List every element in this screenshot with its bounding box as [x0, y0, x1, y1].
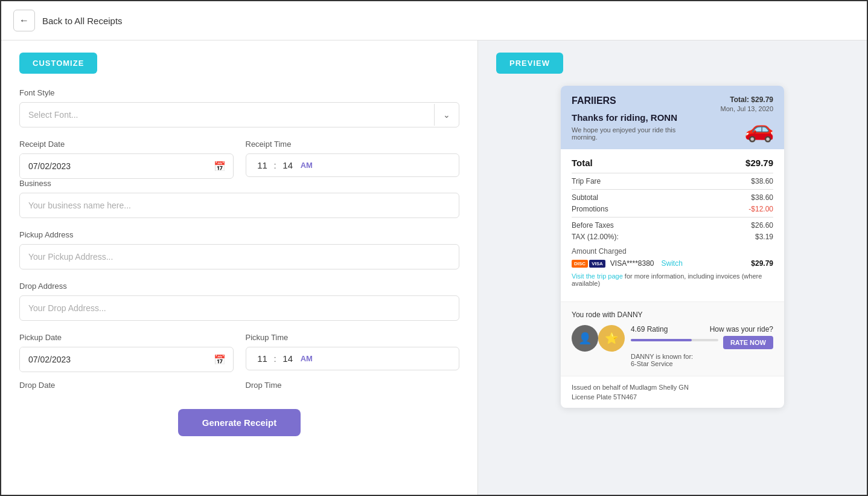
pickup-date-label: Pickup Date	[19, 333, 234, 342]
customize-button[interactable]: CUSTOMIZE	[19, 53, 97, 74]
generate-receipt-button[interactable]: Generate Receipt	[178, 409, 301, 436]
tax-value: $3.19	[755, 233, 773, 241]
receipt-header: FARIIERS Total: $29.79 Mon, Jul 13, 2020…	[561, 86, 784, 149]
business-input[interactable]	[19, 193, 459, 218]
amount-charged-title: Amount Charged	[572, 247, 773, 256]
drop-date-label: Drop Date	[19, 381, 234, 390]
receipt-divider-3	[572, 217, 773, 217]
receipt-time-wrapper[interactable]: 11 : 14 AM	[246, 153, 460, 177]
pickup-date-time-row: Pickup Date 📅 Pickup Time 11 : 14 AM	[19, 333, 459, 372]
drop-address-label: Drop Address	[19, 282, 459, 291]
before-taxes-label: Before Taxes	[572, 221, 614, 230]
receipt-date-col: Receipt Date 📅	[19, 140, 234, 179]
pickup-address-section: Pickup Address	[19, 230, 459, 269]
trip-link-row: Visit the trip page for more information…	[572, 272, 773, 287]
rating-fill	[631, 339, 692, 341]
trip-page-link[interactable]: Visit the trip page	[572, 272, 623, 280]
driver-avatars: 👤 ⭐	[572, 325, 625, 352]
receipt-date-input[interactable]	[20, 154, 206, 178]
back-arrow-icon: ←	[19, 15, 29, 26]
before-taxes-value: $26.60	[751, 221, 773, 230]
receipt-body: Total $29.79 Trip Fare $38.60 Subtotal $…	[561, 149, 784, 295]
font-select-wrapper[interactable]: Select Font... ⌄	[19, 102, 459, 127]
receipt-divider-2	[572, 189, 773, 190]
drop-date-time-row: Drop Date Drop Time	[19, 381, 459, 395]
receipt-greeting: Thanks for riding, RONN	[572, 112, 773, 123]
driver-info-row: 👤 ⭐ 4.69 Rating How was your ride?	[572, 325, 773, 367]
chevron-down-icon[interactable]: ⌄	[435, 110, 459, 120]
business-section: Business	[19, 179, 459, 218]
rating-bar	[631, 339, 718, 341]
rating-text: 4.69 Rating	[631, 325, 668, 333]
receipt-sub-text: We hope you enjoyed your ride this morni…	[572, 126, 692, 141]
driver-known-for: DANNY is known for:	[631, 349, 773, 360]
pickup-time-hour[interactable]: 11	[256, 353, 269, 364]
receipt-divider-1	[572, 173, 773, 173]
font-style-label: Font Style	[19, 88, 459, 97]
preview-button[interactable]: PREVIEW	[496, 53, 563, 74]
amount-charged-section: Amount Charged DISC VISA VISA****8380 Sw…	[572, 247, 773, 268]
promotions-value: -$12.00	[748, 205, 773, 213]
switch-link[interactable]: Switch	[662, 259, 683, 268]
driver-details: 4.69 Rating How was your ride? RATE NOW …	[631, 325, 773, 367]
rating-row: 4.69 Rating How was your ride?	[631, 325, 773, 333]
promotions-line: Promotions -$12.00	[572, 205, 773, 213]
time-colon: :	[274, 160, 276, 170]
pickup-date-col: Pickup Date 📅	[19, 333, 234, 372]
passenger-avatar: 👤	[572, 325, 598, 352]
pickup-time-ampm[interactable]: AM	[301, 354, 313, 363]
pickup-time-wrapper[interactable]: 11 : 14 AM	[246, 347, 460, 370]
subtotal-value: $38.60	[751, 193, 773, 202]
pickup-calendar-icon[interactable]: 📅	[206, 354, 233, 366]
license-plate: License Plate 5TN467	[572, 393, 773, 401]
receipt-date-input-wrapper[interactable]: 📅	[19, 153, 234, 179]
font-style-section: Font Style Select Font... ⌄	[19, 88, 459, 127]
top-bar-title: Back to All Receipts	[42, 16, 123, 26]
receipt-time-ampm[interactable]: AM	[301, 161, 313, 170]
issued-by: Issued on behalf of Mudlagm Shelly GN	[572, 384, 773, 391]
drop-date-col: Drop Date	[19, 381, 234, 395]
tax-label: TAX (12.00%):	[572, 233, 619, 241]
receipt-total-top: Total: $29.79	[730, 95, 773, 104]
drop-address-section: Drop Address	[19, 282, 459, 321]
rate-question: How was your ride?	[710, 325, 773, 333]
driver-section: You rode with DANNY 👤 ⭐ 4.69 Rating How …	[561, 301, 784, 376]
back-button[interactable]: ←	[13, 10, 35, 31]
pickup-time-col: Pickup Time 11 : 14 AM	[246, 333, 460, 372]
charged-amount: $29.79	[751, 259, 773, 268]
receipt-preview: FARIIERS Total: $29.79 Mon, Jul 13, 2020…	[561, 86, 784, 408]
promotions-label: Promotions	[572, 205, 608, 213]
total-label: Total	[572, 158, 593, 168]
right-panel: PREVIEW FARIIERS Total: $29.79 Mon, Jul …	[478, 40, 867, 495]
drop-address-input[interactable]	[19, 295, 459, 321]
card-icons: DISC VISA	[572, 260, 605, 268]
left-panel: CUSTOMIZE Font Style Select Font... ⌄ Re…	[1, 40, 478, 495]
receipt-total-row: Total $29.79	[572, 158, 773, 168]
total-amount: $29.79	[745, 158, 773, 168]
business-label: Business	[19, 179, 459, 188]
card-row: DISC VISA VISA****8380 Switch $29.79	[572, 259, 773, 268]
pickup-time-minute[interactable]: 14	[281, 353, 295, 364]
pickup-date-input-wrapper[interactable]: 📅	[19, 347, 234, 372]
pickup-time-label: Pickup Time	[246, 333, 460, 342]
receipt-date-label: Receipt Date	[19, 140, 234, 149]
drop-time-col: Drop Time	[246, 381, 460, 395]
tax-line: TAX (12.00%): $3.19	[572, 233, 773, 241]
before-taxes-line: Before Taxes $26.60	[572, 221, 773, 230]
calendar-icon[interactable]: 📅	[206, 161, 233, 172]
car-icon: 🚗	[744, 115, 774, 143]
driver-rode-text: You rode with DANNY	[572, 311, 773, 319]
trip-fare-value: $38.60	[751, 177, 773, 185]
main-content: CUSTOMIZE Font Style Select Font... ⌄ Re…	[1, 40, 867, 495]
subtotal-line: Subtotal $38.60	[572, 193, 773, 202]
driver-service: 6-Star Service	[631, 360, 773, 367]
pickup-address-input[interactable]	[19, 244, 459, 269]
font-select-placeholder[interactable]: Select Font...	[20, 103, 434, 127]
receipt-time-hour[interactable]: 11	[256, 160, 269, 170]
drop-time-label: Drop Time	[246, 381, 460, 390]
receipt-time-minute[interactable]: 14	[281, 160, 295, 170]
pickup-date-input[interactable]	[20, 347, 206, 372]
driver-avatar: ⭐	[598, 325, 625, 352]
pickup-address-label: Pickup Address	[19, 230, 459, 239]
rate-now-button[interactable]: RATE NOW	[723, 336, 773, 349]
